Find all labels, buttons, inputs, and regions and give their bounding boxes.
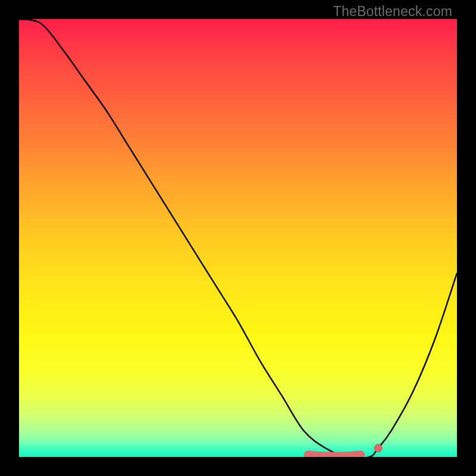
plot-area [19,19,457,457]
sweet-spot-dot [374,444,382,452]
sweet-spot-markers [308,444,382,456]
chart-frame: TheBottleneck.com [0,0,476,476]
sweet-spot-segment [308,455,361,456]
watermark-text: TheBottleneck.com [333,4,452,20]
chart-svg [19,19,457,457]
bottleneck-curve [19,19,457,457]
